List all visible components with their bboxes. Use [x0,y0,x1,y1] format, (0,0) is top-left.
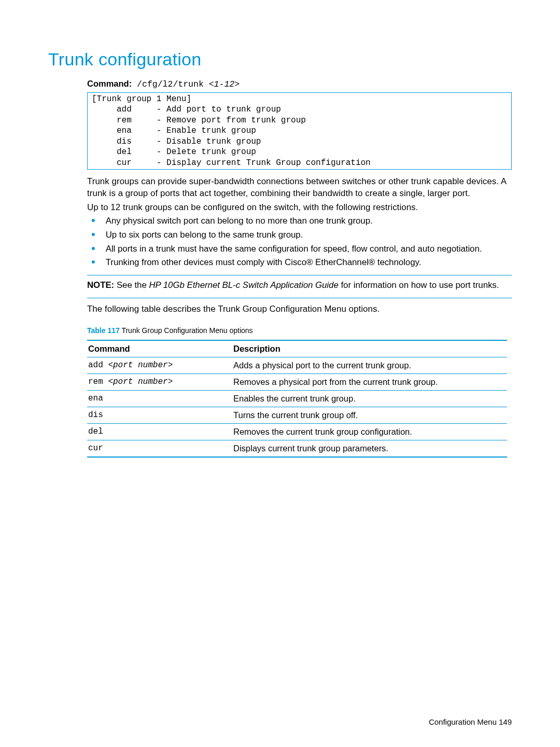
command-cell: cur [87,440,232,458]
table-row: add <port number> Adds a physical port t… [87,357,507,374]
list-item: • Trunking from other devices must compl… [87,257,512,269]
command-cell: del [87,424,232,440]
table-row: cur Displays current trunk group paramet… [87,440,507,458]
list-item: • All ports in a trunk must have the sam… [87,243,512,255]
note-paragraph: NOTE: See the HP 10Gb Ethernet BL-c Swit… [87,280,512,292]
command-path: /cfg/l2/trunk [132,79,209,89]
cmd-prefix: del [88,427,103,436]
page-footer: Configuration Menu 149 [429,717,512,726]
cmd-prefix: ena [88,394,103,403]
table-caption-label: Table 117 [87,326,120,335]
command-line: Command: /cfg/l2/trunk <1-12> [87,79,512,89]
cmd-prefix: add [88,361,108,370]
note-prefix: See the [114,280,149,290]
cmd-prefix: rem [88,377,108,386]
table-row: ena Enables the current trunk group. [87,391,507,407]
note-italic: HP 10Gb Ethernet BL-c Switch Application… [149,280,338,290]
table-header-row: Command Description [87,340,507,357]
menu-line: add - Add port to trunk group [92,105,281,114]
description-cell: Enables the current trunk group. [232,391,507,407]
command-cell: rem <port number> [87,374,232,391]
menu-line: del - Delete trunk group [92,147,256,157]
list-item-text: Any physical switch port can belong to n… [106,215,512,227]
divider [87,275,512,275]
cmd-prefix: dis [88,410,103,420]
table-caption-text: Trunk Group Configuration Menu options [120,326,253,335]
command-cell: dis [87,407,232,424]
table-row: dis Turns the current trunk group off. [87,407,507,424]
command-label: Command: [87,79,132,88]
body-paragraph: Trunk groups can provide super-bandwidth… [87,176,512,199]
bullet-list: • Any physical switch port can belong to… [87,215,512,269]
table-row: del Removes the current trunk group conf… [87,424,507,440]
menu-line: cur - Display current Trunk Group config… [92,158,371,168]
divider [87,298,512,298]
note-label: NOTE: [87,280,114,290]
cmd-arg: <port number> [108,361,173,370]
list-item: • Any physical switch port can belong to… [87,215,512,227]
description-cell: Removes a physical port from the current… [232,374,507,391]
menu-code-box: [Trunk group 1 Menu] add - Add port to t… [87,92,512,170]
command-arg: <1-12> [209,79,240,89]
bullet-icon: • [91,229,95,241]
table-header-command: Command [87,340,232,357]
description-cell: Displays current trunk group parameters. [232,440,507,458]
menu-line: rem - Remove port from trunk group [92,116,306,125]
description-cell: Turns the current trunk group off. [232,407,507,424]
command-cell: add <port number> [87,357,232,374]
bullet-icon: • [91,257,95,269]
description-cell: Removes the current trunk group configur… [232,424,507,440]
list-item-text: Trunking from other devices must comply … [106,257,512,269]
options-table: Command Description add <port number> Ad… [87,340,507,458]
list-item-text: All ports in a trunk must have the same … [106,243,512,255]
list-item: • Up to six ports can belong to the same… [87,229,512,241]
page-title: Trunk configuration [48,49,512,70]
cmd-arg: <port number> [108,377,173,386]
cmd-prefix: cur [88,444,103,453]
menu-line: ena - Enable trunk group [92,126,256,135]
list-item-text: Up to six ports can belong to the same t… [106,229,512,241]
table-header-description: Description [232,340,507,357]
table-caption: Table 117 Trunk Group Configuration Menu… [87,326,512,335]
menu-line: [Trunk group 1 Menu] [92,94,191,104]
note-suffix: for information on how to use port trunk… [339,280,499,290]
menu-line: dis - Disable trunk group [92,137,261,146]
body-paragraph: The following table describes the Trunk … [87,303,512,315]
bullet-icon: • [91,215,95,227]
command-cell: ena [87,391,232,407]
body-paragraph: Up to 12 trunk groups can be configured … [87,202,512,214]
description-cell: Adds a physical port to the current trun… [232,357,507,374]
table-row: rem <port number> Removes a physical por… [87,374,507,391]
bullet-icon: • [91,243,95,255]
